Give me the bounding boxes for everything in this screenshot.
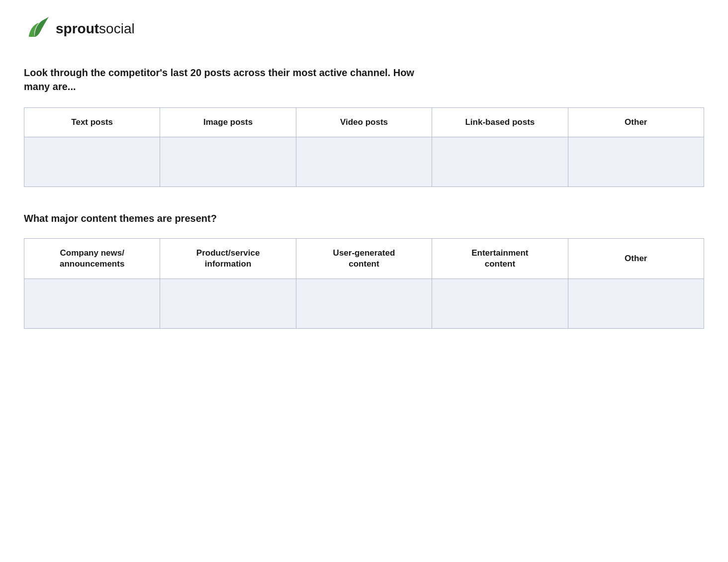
col-video-posts: Video posts — [296, 108, 432, 137]
cell-image-posts[interactable] — [160, 137, 296, 187]
section1-table: Text posts Image posts Video posts Link-… — [24, 107, 704, 187]
section2: What major content themes are present? C… — [24, 213, 704, 329]
cell-link-based-posts[interactable] — [432, 137, 568, 187]
logo-text: sproutsocial — [56, 21, 135, 37]
cell-video-posts[interactable] — [296, 137, 432, 187]
cell-entertainment[interactable] — [432, 279, 568, 329]
cell-text-posts[interactable] — [24, 137, 160, 187]
cell-other-2[interactable] — [568, 279, 704, 329]
col-entertainment: Entertainmentcontent — [432, 239, 568, 279]
col-image-posts: Image posts — [160, 108, 296, 137]
col-other-2: Other — [568, 239, 704, 279]
cell-other-1[interactable] — [568, 137, 704, 187]
section2-header-row: Company news/announcements Product/servi… — [24, 239, 704, 279]
section2-table: Company news/announcements Product/servi… — [24, 238, 704, 329]
section2-data-row — [24, 279, 704, 329]
col-company-news: Company news/announcements — [24, 239, 160, 279]
col-other-1: Other — [568, 108, 704, 137]
section1: Look through the competitor's last 20 po… — [24, 66, 704, 187]
sprout-logo-icon — [24, 16, 50, 42]
section1-question: Look through the competitor's last 20 po… — [24, 66, 432, 94]
col-link-based-posts: Link-based posts — [432, 108, 568, 137]
col-product-service: Product/serviceinformation — [160, 239, 296, 279]
section1-data-row — [24, 137, 704, 187]
cell-product-service[interactable] — [160, 279, 296, 329]
cell-user-generated[interactable] — [296, 279, 432, 329]
cell-company-news[interactable] — [24, 279, 160, 329]
col-text-posts: Text posts — [24, 108, 160, 137]
col-user-generated: User-generatedcontent — [296, 239, 432, 279]
header: sproutsocial — [24, 16, 704, 42]
section2-question: What major content themes are present? — [24, 213, 704, 224]
section1-header-row: Text posts Image posts Video posts Link-… — [24, 108, 704, 137]
